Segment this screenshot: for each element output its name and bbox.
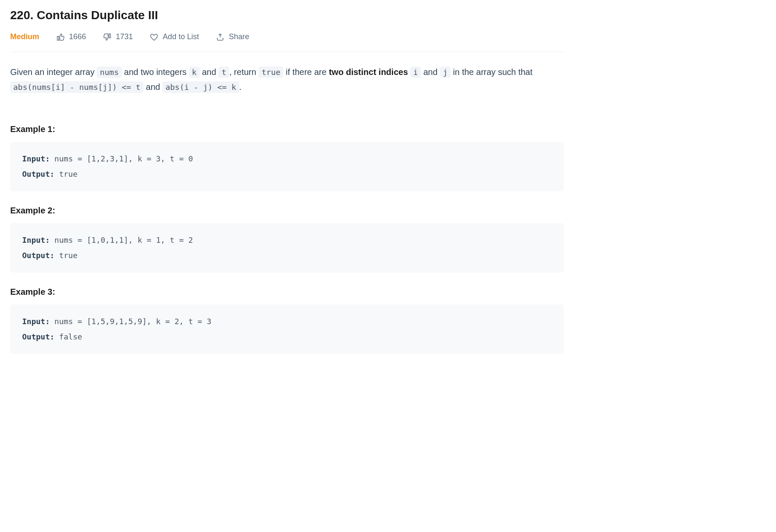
input-label: Input: [22,236,50,244]
code-inline: i [410,66,421,78]
desc-text: in the array such that [451,67,532,77]
problem-description: Given an integer array nums and two inte… [10,65,564,95]
code-inline: abs(i - j) <= k [162,81,239,93]
example-heading: Example 2: [10,206,564,216]
output-label: Output: [22,251,55,260]
output-value: true [55,251,78,260]
desc-text: if there are [283,67,329,77]
problem-title: 220. Contains Duplicate III [10,9,564,22]
output-label: Output: [22,332,55,341]
thumbs-down-icon [103,33,112,41]
input-value: nums = [1,5,9,1,5,9], k = 2, t = 3 [50,317,211,326]
add-to-list-label: Add to List [163,32,199,41]
example-block: Input: nums = [1,0,1,1], k = 1, t = 2 Ou… [10,223,564,273]
desc-text: . [239,82,242,92]
share-icon [216,33,224,41]
share-button[interactable]: Share [216,32,249,41]
example-heading: Example 1: [10,124,564,134]
desc-text: and two integers [122,67,189,77]
input-label: Input: [22,154,50,163]
difficulty-badge: Medium [10,32,39,41]
dislike-count: 1731 [116,32,133,41]
desc-text: , return [229,67,259,77]
output-value: false [55,332,82,341]
code-inline: j [440,66,451,78]
divider [10,52,564,52]
code-inline: k [189,66,200,78]
input-value: nums = [1,0,1,1], k = 1, t = 2 [50,236,193,244]
meta-row: Medium 1666 1731 Add to List Share [10,32,564,41]
dislike-button[interactable]: 1731 [103,32,133,41]
desc-text: and [200,67,218,77]
code-inline: true [259,66,283,78]
code-inline: t [218,66,229,78]
example-heading: Example 3: [10,287,564,297]
thumbs-up-icon [56,33,65,41]
example-block: Input: nums = [1,5,9,1,5,9], k = 2, t = … [10,305,564,354]
output-value: true [55,170,78,178]
desc-text: Given an integer array [10,67,97,77]
share-label: Share [229,32,249,41]
add-to-list-button[interactable]: Add to List [150,32,199,41]
desc-bold: two distinct indices [329,67,408,77]
desc-text: and [421,67,440,77]
like-button[interactable]: 1666 [56,32,86,41]
example-block: Input: nums = [1,2,3,1], k = 3, t = 0 Ou… [10,142,564,191]
desc-text: and [144,82,162,92]
heart-icon [150,33,158,41]
input-label: Input: [22,317,50,326]
output-label: Output: [22,170,55,178]
input-value: nums = [1,2,3,1], k = 3, t = 0 [50,154,193,163]
code-inline: nums [97,66,121,78]
code-inline: abs(nums[i] - nums[j]) <= t [10,81,144,93]
like-count: 1666 [69,32,86,41]
